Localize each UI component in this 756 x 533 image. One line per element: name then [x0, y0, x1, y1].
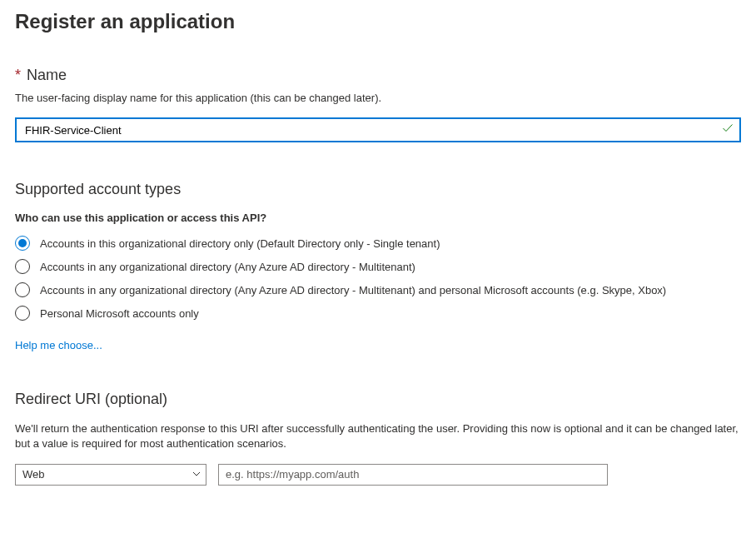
radio-multitenant-personal[interactable]: Accounts in any organizational directory… — [15, 282, 741, 297]
radio-label: Accounts in any organizational directory… — [40, 261, 415, 273]
name-input[interactable] — [15, 117, 741, 142]
radio-dot-icon — [18, 239, 27, 247]
help-me-choose-link[interactable]: Help me choose... — [15, 339, 102, 351]
radio-label: Personal Microsoft accounts only — [40, 307, 199, 320]
radio-circle-icon — [15, 282, 30, 297]
name-field-section: * Name The user-facing display name for … — [15, 67, 741, 142]
platform-select-wrapper: Web — [15, 464, 206, 486]
required-asterisk: * — [15, 67, 21, 83]
radio-label: Accounts in this organizational director… — [40, 237, 440, 250]
radio-single-tenant[interactable]: Accounts in this organizational director… — [15, 236, 741, 251]
radio-circle-icon — [15, 259, 30, 274]
platform-select[interactable]: Web — [15, 464, 206, 486]
radio-circle-icon — [15, 306, 30, 321]
account-types-subheading: Who can use this application or access t… — [15, 212, 741, 224]
redirect-uri-heading: Redirect URI (optional) — [15, 391, 741, 408]
name-label: Name — [27, 67, 67, 83]
account-types-radio-group: Accounts in this organizational director… — [15, 236, 741, 321]
platform-selected-value: Web — [22, 468, 45, 481]
redirect-uri-row: Web — [15, 464, 741, 486]
radio-circle-icon — [15, 236, 30, 251]
redirect-uri-section: Redirect URI (optional) We'll return the… — [15, 391, 741, 485]
redirect-uri-input[interactable] — [218, 464, 608, 486]
radio-multitenant[interactable]: Accounts in any organizational directory… — [15, 259, 741, 274]
radio-label: Accounts in any organizational directory… — [40, 284, 666, 296]
page-title: Register an application — [15, 10, 741, 33]
account-types-section: Supported account types Who can use this… — [15, 181, 741, 352]
account-types-heading: Supported account types — [15, 181, 741, 198]
name-input-wrapper — [15, 117, 741, 142]
name-label-row: * Name — [15, 67, 741, 84]
name-description: The user-facing display name for this ap… — [15, 91, 741, 106]
redirect-uri-description: We'll return the authentication response… — [15, 421, 741, 451]
radio-personal-only[interactable]: Personal Microsoft accounts only — [15, 306, 741, 321]
